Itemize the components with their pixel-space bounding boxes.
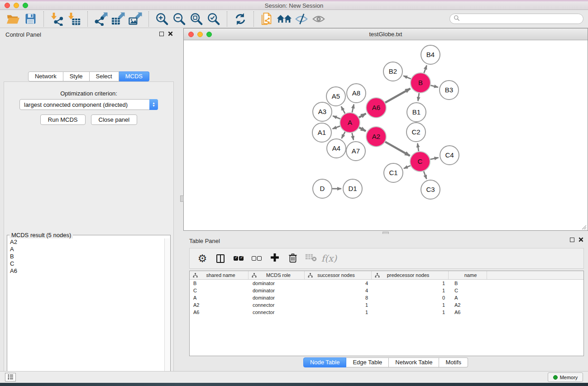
table-cell[interactable]: B (449, 281, 487, 286)
table-cell[interactable]: 4 (305, 281, 372, 286)
graph-edge-C-C4[interactable] (430, 157, 438, 159)
minimize-window-button[interactable] (14, 3, 19, 8)
delete-table-button[interactable] (303, 250, 319, 267)
graph-edge-A-A1[interactable] (333, 126, 340, 129)
table-cell[interactable]: A (190, 295, 249, 300)
graph-edge-A-A3[interactable] (333, 116, 340, 119)
table-cell[interactable]: 1 (305, 302, 372, 308)
column-header-name[interactable]: name (449, 271, 487, 279)
network-from-document-button[interactable] (258, 12, 276, 26)
minimize-network-button[interactable] (197, 32, 203, 37)
optimization-criterion-dropdown[interactable]: largest connected component (directed) ▲… (19, 99, 158, 110)
zoom-out-button[interactable] (171, 12, 188, 26)
mcds-result-item[interactable]: B (8, 253, 164, 260)
graph-edge-A-A4[interactable] (342, 132, 345, 138)
table-row[interactable]: A2connector11A2 (190, 301, 583, 309)
graph-edge-A-A8[interactable] (352, 104, 354, 112)
import-table-button[interactable] (66, 12, 83, 26)
zoom-fit-button[interactable] (188, 12, 205, 26)
tab-motifs[interactable]: Motifs (439, 357, 468, 367)
zoom-in-button[interactable] (153, 12, 171, 26)
table-row[interactable]: Bdominator41B (190, 280, 583, 287)
table-settings-button[interactable]: ⚙ (194, 250, 210, 267)
network-canvas[interactable]: B4B2BB3A5A8A6B1A3AC2A1A2A4A7C4CC1C3DD1 (184, 40, 588, 230)
column-header-mcds-role[interactable]: MCDS role (249, 271, 305, 279)
graph-edge-A-A7[interactable] (352, 133, 354, 140)
close-panel-icon[interactable] (168, 31, 173, 36)
delete-columns-button[interactable] (285, 250, 301, 267)
zoom-selected-button[interactable] (205, 12, 222, 26)
vertical-splitter-handle[interactable] (180, 195, 184, 202)
table-cell[interactable]: A6 (449, 310, 487, 315)
close-panel-button[interactable]: Close panel (91, 114, 138, 125)
table-cell[interactable]: dominator (249, 295, 305, 300)
close-network-button[interactable] (188, 32, 194, 37)
table-cell[interactable]: connector (249, 310, 305, 315)
resize-grip-icon[interactable] (581, 224, 587, 229)
table-cell[interactable]: B (190, 281, 249, 286)
import-network-button[interactable] (48, 12, 66, 26)
save-session-button[interactable] (22, 12, 39, 26)
table-cell[interactable]: dominator (249, 281, 305, 286)
graph-edge-A-A6[interactable] (359, 114, 366, 118)
column-header-successor-nodes[interactable]: successor nodes (305, 271, 372, 279)
table-row[interactable]: Adominator80A (190, 294, 583, 301)
export-image-button[interactable] (127, 12, 144, 26)
table-cell[interactable]: A6 (190, 310, 249, 315)
table-cell[interactable]: 8 (305, 295, 372, 300)
memory-button[interactable]: Memory (548, 372, 583, 382)
table-row[interactable]: Cdominator41C (190, 287, 583, 294)
search-field[interactable] (449, 14, 583, 24)
column-header-shared-name[interactable]: shared name (190, 271, 249, 279)
table-cell[interactable]: 4 (305, 288, 372, 293)
graph-edge-A-A5[interactable] (341, 106, 345, 114)
mcds-result-item[interactable]: C (8, 260, 164, 267)
network-graph[interactable]: B4B2BB3A5A8A6B1A3AC2A1A2A4A7C4CC1C3DD1 (184, 40, 588, 230)
refresh-view-button[interactable] (232, 12, 249, 26)
close-table-panel-icon[interactable] (578, 237, 583, 242)
graph-edge-C-C2[interactable] (417, 143, 418, 151)
export-network-button[interactable] (92, 12, 110, 26)
mcds-result-item[interactable]: A2 (8, 238, 164, 246)
graph-edge-C-C1[interactable] (404, 166, 411, 168)
open-session-button[interactable] (5, 12, 22, 26)
table-cell[interactable]: 1 (305, 310, 372, 315)
column-header-predecessor-nodes[interactable]: predecessor nodes (372, 271, 449, 279)
graph-edge-A2-C[interactable] (385, 142, 410, 156)
table-row[interactable]: A6connector11A6 (190, 309, 583, 316)
show-graphics-details-button[interactable] (310, 12, 327, 26)
float-panel-icon[interactable] (159, 32, 164, 36)
graph-edge-A6-B[interactable] (385, 89, 410, 103)
run-mcds-button[interactable]: Run MCDS (40, 114, 86, 125)
tab-select[interactable]: Select (90, 71, 119, 81)
mcds-result-item[interactable]: A6 (8, 267, 164, 275)
search-input[interactable] (463, 16, 583, 22)
hide-graphics-details-button[interactable] (293, 12, 310, 26)
table-cell[interactable]: C (190, 288, 249, 293)
tab-edge-table[interactable]: Edge Table (346, 357, 389, 367)
tab-node-table[interactable]: Node Table (303, 357, 347, 367)
tab-network-table[interactable]: Network Table (389, 357, 439, 367)
graph-edge-B-B4[interactable] (424, 66, 427, 73)
export-table-button[interactable] (110, 12, 127, 26)
mcds-result-item[interactable]: A (8, 246, 164, 253)
split-view-button[interactable] (212, 250, 229, 267)
graph-edge-B-B1[interactable] (418, 93, 419, 101)
table-cell[interactable]: 0 (372, 295, 449, 300)
close-window-button[interactable] (5, 3, 10, 8)
mcds-result-list[interactable]: A2ABCA6 (8, 238, 164, 386)
table-cell[interactable]: A2 (449, 302, 487, 308)
graph-edge-B-B2[interactable] (403, 76, 411, 79)
table-cell[interactable]: A2 (190, 302, 249, 308)
graph-edge-B-B3[interactable] (430, 86, 438, 87)
select-all-columns-button[interactable] (230, 250, 247, 267)
table-cell[interactable]: dominator (249, 288, 305, 293)
unselect-all-columns-button[interactable] (249, 250, 265, 267)
tab-network[interactable]: Network (28, 71, 63, 81)
reset-layout-button[interactable] (276, 12, 293, 26)
function-builder-button[interactable]: f(x) (321, 250, 337, 267)
graph-edge-C-C3[interactable] (424, 172, 426, 179)
zoom-window-button[interactable] (23, 3, 28, 8)
table-cell[interactable]: A (449, 295, 487, 300)
table-cell[interactable]: 1 (372, 310, 449, 315)
